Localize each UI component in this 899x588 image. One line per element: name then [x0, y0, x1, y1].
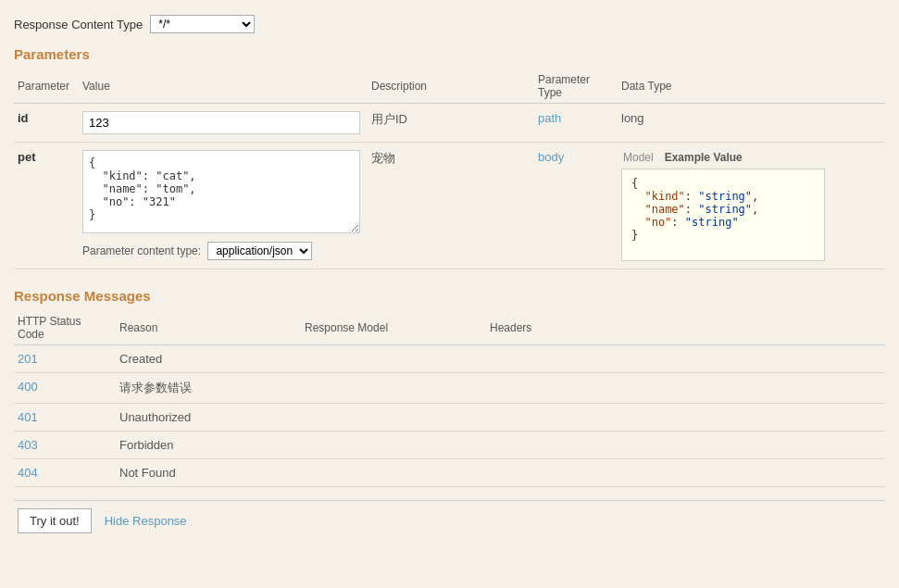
- reason-400: 请求参数错误: [116, 373, 301, 404]
- param-content-type-label: Parameter content type:: [82, 244, 201, 257]
- resp-col-header-headers: Headers: [486, 311, 885, 345]
- resp-col-header-reason: Reason: [116, 311, 301, 345]
- reason-404: Not Found: [116, 459, 301, 487]
- param-description-id: 用户ID: [368, 104, 534, 143]
- model-404: [301, 459, 486, 487]
- reason-401: Unauthorized: [116, 404, 301, 432]
- model-403: [301, 432, 486, 459]
- status-code-401: 401: [14, 404, 116, 432]
- hide-response-link[interactable]: Hide Response: [105, 514, 187, 528]
- resp-col-header-status: HTTP Status Code: [14, 311, 116, 345]
- model-tab-example[interactable]: Example Value: [663, 150, 744, 165]
- model-201: [301, 345, 486, 373]
- headers-201: [486, 345, 885, 373]
- param-data-type-pet-cell: Model Example Value { "kind": "string", …: [618, 143, 885, 269]
- headers-400: [486, 373, 885, 404]
- response-content-type-row: Response Content Type */* application/js…: [14, 9, 885, 33]
- col-header-parameter: Parameter: [14, 69, 79, 104]
- json-key-name: "name": [644, 203, 684, 216]
- col-header-param-type: Parameter Type: [534, 69, 618, 104]
- json-value-no: "string": [685, 216, 739, 229]
- main-container: Response Content Type */* application/js…: [0, 0, 899, 550]
- headers-403: [486, 432, 885, 459]
- param-type-pet: body: [534, 143, 618, 269]
- status-code-400: 400: [14, 373, 116, 404]
- param-value-id-input[interactable]: [82, 111, 360, 134]
- response-messages-section: Response Messages HTTP Status Code Reaso…: [14, 288, 885, 487]
- model-tabs: Model Example Value: [621, 150, 878, 165]
- model-section: Model Example Value { "kind": "string", …: [621, 150, 878, 261]
- param-value-pet-textarea[interactable]: { "kind": "cat", "name": "tom", "no": "3…: [82, 150, 360, 233]
- param-value-id-cell: [79, 104, 368, 143]
- json-value-kind: "string": [698, 190, 752, 203]
- param-description-pet: 宠物: [368, 143, 534, 269]
- table-row: 400 请求参数错误: [14, 373, 885, 404]
- response-content-type-label: Response Content Type: [14, 18, 143, 31]
- col-header-description: Description: [368, 69, 534, 104]
- headers-404: [486, 459, 885, 487]
- example-value-box: { "kind": "string", "name": "string", "n…: [621, 169, 825, 261]
- try-it-out-button[interactable]: Try it out!: [18, 508, 92, 533]
- status-code-201: 201: [14, 345, 116, 373]
- model-tab-model[interactable]: Model: [621, 150, 656, 165]
- response-messages-table: HTTP Status Code Reason Response Model H…: [14, 311, 885, 487]
- table-row: 401 Unauthorized: [14, 404, 885, 432]
- json-brace-close: }: [631, 229, 638, 242]
- table-row: pet { "kind": "cat", "name": "tom", "no"…: [14, 143, 885, 269]
- col-header-value: Value: [79, 69, 368, 104]
- table-row: 403 Forbidden: [14, 432, 885, 459]
- json-key-kind: "kind": [644, 190, 684, 203]
- param-content-type-select[interactable]: application/json application/xml text/pl…: [207, 242, 312, 260]
- json-brace-open: {: [631, 177, 638, 190]
- response-content-type-select[interactable]: */* application/json application/xml tex…: [150, 15, 255, 33]
- table-row: 404 Not Found: [14, 459, 885, 487]
- parameters-section-title: Parameters: [14, 46, 885, 62]
- json-key-no: "no": [644, 216, 671, 229]
- param-type-id: path: [534, 104, 618, 143]
- table-row: 201 Created: [14, 345, 885, 373]
- col-header-data-type: Data Type: [618, 69, 885, 104]
- json-value-name: "string": [698, 203, 752, 216]
- model-400: [301, 373, 486, 404]
- bottom-bar: Try it out! Hide Response: [14, 500, 885, 541]
- reason-201: Created: [116, 345, 301, 373]
- response-messages-title: Response Messages: [14, 288, 885, 304]
- param-content-type-row: Parameter content type: application/json…: [82, 242, 360, 260]
- model-401: [301, 404, 486, 432]
- headers-401: [486, 404, 885, 432]
- status-code-404: 404: [14, 459, 116, 487]
- param-data-type-id: long: [618, 104, 885, 143]
- parameters-table: Parameter Value Description Parameter Ty…: [14, 69, 885, 269]
- status-code-403: 403: [14, 432, 116, 459]
- param-name-id: id: [14, 104, 79, 143]
- resp-col-header-model: Response Model: [301, 311, 486, 345]
- param-value-pet-cell: { "kind": "cat", "name": "tom", "no": "3…: [79, 143, 368, 269]
- reason-403: Forbidden: [116, 432, 301, 459]
- param-name-pet: pet: [14, 143, 79, 269]
- table-row: id 用户ID path long: [14, 104, 885, 143]
